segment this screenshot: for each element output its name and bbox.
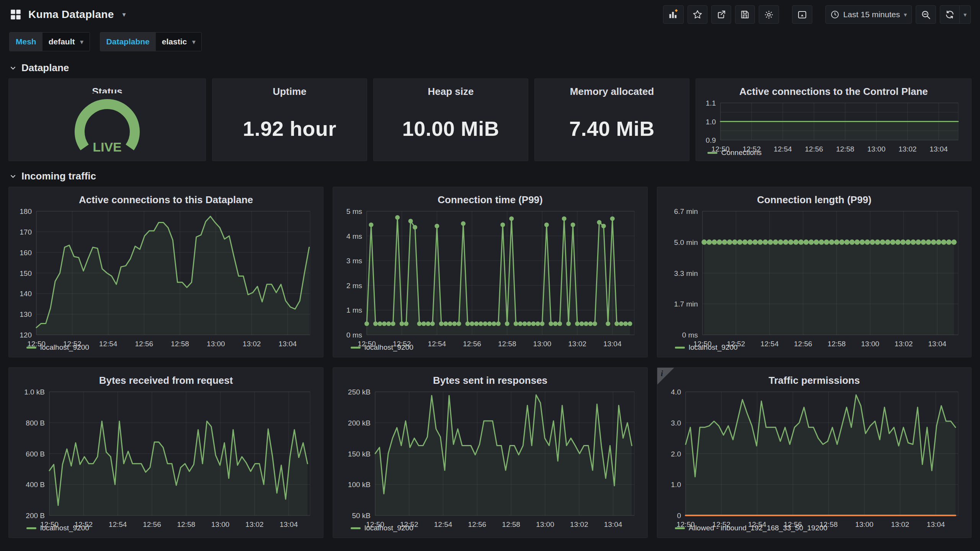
info-icon: i xyxy=(661,368,663,378)
chart-legend: localhost_9200 xyxy=(13,342,319,354)
variable-mesh[interactable]: Mesh default▾ xyxy=(9,32,90,51)
cycle-view-button[interactable] xyxy=(792,5,812,24)
svg-text:1.0: 1.0 xyxy=(671,481,681,489)
svg-text:5.0 min: 5.0 min xyxy=(674,238,698,246)
panel-title[interactable]: Memory allocated xyxy=(539,83,685,99)
panel-title[interactable]: Active connections to the Control Plane xyxy=(700,83,967,99)
svg-text:200 B: 200 B xyxy=(26,512,45,520)
panel-title[interactable]: Uptime xyxy=(216,83,363,99)
panel-info-corner[interactable] xyxy=(657,368,674,385)
svg-text:0: 0 xyxy=(677,512,681,520)
chart-legend: localhost_9200 xyxy=(337,522,644,535)
svg-text:2.0: 2.0 xyxy=(671,450,681,458)
svg-text:170: 170 xyxy=(20,228,32,236)
panel-title[interactable]: Bytes received from request xyxy=(13,372,319,388)
legend-item[interactable]: Connections xyxy=(707,148,762,157)
variable-mesh-label: Mesh xyxy=(10,33,42,51)
legend-item[interactable]: localhost_9200 xyxy=(675,343,738,352)
heap-size-value: 10.00 MiB xyxy=(402,117,500,140)
active-connections-chart[interactable]: 12013014015016017018012:5012:5212:5412:5… xyxy=(13,207,319,342)
status-gauge: LIVE xyxy=(13,93,202,158)
bytes-sent-chart[interactable]: 50 kB100 kB150 kB200 kB250 kB12:5012:521… xyxy=(337,388,644,522)
svg-text:3.0: 3.0 xyxy=(671,419,681,427)
memory-allocated-value: 7.40 MiB xyxy=(569,117,655,140)
add-panel-button[interactable] xyxy=(663,5,684,24)
panel-title[interactable]: Connection length (P99) xyxy=(661,191,967,207)
svg-text:0.9: 0.9 xyxy=(706,136,716,144)
top-navbar: Kuma Dataplane ▾ xyxy=(0,0,980,29)
svg-text:0 ms: 0 ms xyxy=(346,331,362,339)
svg-text:180: 180 xyxy=(20,207,32,215)
svg-text:1.0 kB: 1.0 kB xyxy=(24,388,45,396)
svg-text:100 kB: 100 kB xyxy=(348,481,371,489)
panel-status: Status LIVE xyxy=(8,78,206,161)
panel-title[interactable]: Status xyxy=(13,83,202,93)
refresh-button[interactable]: ▾ xyxy=(940,5,971,24)
panel-title[interactable]: Active connections to this Dataplane xyxy=(13,191,319,207)
svg-text:1.1: 1.1 xyxy=(706,99,716,107)
svg-text:160: 160 xyxy=(20,249,32,257)
panel-title[interactable]: Heap size xyxy=(377,83,524,99)
control-plane-chart[interactable]: 0.91.01.112:5012:5212:5412:5612:5813:001… xyxy=(700,99,967,147)
svg-text:800 B: 800 B xyxy=(26,419,45,427)
chevron-down-icon: ▾ xyxy=(192,38,195,46)
svg-text:120: 120 xyxy=(20,331,32,339)
panel-traffic-permissions: i Traffic permissions 01.02.03.04.012:50… xyxy=(657,367,972,538)
panel-uptime: Uptime 1.92 hour xyxy=(212,78,367,161)
settings-button[interactable] xyxy=(759,5,779,24)
uptime-value: 1.92 hour xyxy=(243,117,336,140)
svg-text:1.0: 1.0 xyxy=(706,118,716,126)
svg-text:4.0: 4.0 xyxy=(671,388,681,396)
legend-item[interactable]: localhost_9200 xyxy=(26,343,89,352)
variable-dataplane[interactable]: Dataplabne elastic▾ xyxy=(100,32,202,51)
chevron-down-icon: ▾ xyxy=(80,38,83,46)
time-range-picker[interactable]: Last 15 minutes ▾ xyxy=(825,5,912,24)
refresh-interval-caret[interactable]: ▾ xyxy=(959,6,970,23)
star-button[interactable] xyxy=(688,5,707,24)
save-button[interactable] xyxy=(735,5,755,24)
time-range-label: Last 15 minutes xyxy=(843,10,900,19)
variable-dataplane-value[interactable]: elastic▾ xyxy=(156,33,201,51)
zoom-out-button[interactable] xyxy=(916,5,936,24)
chart-legend: localhost_9200 xyxy=(13,522,319,535)
legend-item[interactable]: localhost_9200 xyxy=(26,524,89,532)
chevron-down-icon xyxy=(9,64,17,72)
dashboard-title[interactable]: Kuma Dataplane xyxy=(28,8,114,21)
connection-length-chart[interactable]: 0 ms1.7 min3.3 min5.0 min6.7 min12:5012:… xyxy=(661,207,967,342)
panel-title[interactable]: Traffic permissions xyxy=(661,372,967,388)
legend-item[interactable]: localhost_9200 xyxy=(351,343,413,352)
svg-text:2 ms: 2 ms xyxy=(346,282,362,290)
svg-text:200 kB: 200 kB xyxy=(348,419,371,427)
chart-legend: Allowed - inbound_192_168_33_50_19200 xyxy=(661,522,967,535)
title-caret-icon[interactable]: ▾ xyxy=(122,10,126,19)
svg-text:3.3 min: 3.3 min xyxy=(674,269,698,277)
traffic-permissions-chart[interactable]: 01.02.03.04.012:5012:5212:5412:5612:5813… xyxy=(661,388,967,522)
panel-heap-size: Heap size 10.00 MiB xyxy=(373,78,528,161)
legend-item[interactable]: Allowed - inbound_192_168_33_50_19200 xyxy=(675,524,827,532)
svg-text:6.7 min: 6.7 min xyxy=(674,207,698,215)
panel-title[interactable]: Bytes sent in responses xyxy=(337,372,644,388)
chart-legend: localhost_9200 xyxy=(661,342,967,354)
row-header-dataplane[interactable]: Dataplane xyxy=(0,57,980,78)
svg-text:250 kB: 250 kB xyxy=(348,388,371,396)
row-header-incoming-traffic[interactable]: Incoming traffic xyxy=(0,165,980,187)
panel-bytes-received: Bytes received from request 200 B400 B60… xyxy=(8,367,323,538)
svg-text:140: 140 xyxy=(20,290,32,298)
variable-mesh-value[interactable]: default▾ xyxy=(42,33,90,51)
panel-title[interactable]: Connection time (P99) xyxy=(337,191,644,207)
panel-active-connections-dataplane: Active connections to this Dataplane 120… xyxy=(8,187,323,357)
svg-text:0 ms: 0 ms xyxy=(682,331,698,339)
svg-text:150: 150 xyxy=(20,269,32,277)
variables-submenu: Mesh default▾ Dataplabne elastic▾ xyxy=(0,29,980,57)
dashboard-grid-icon[interactable] xyxy=(9,8,22,21)
svg-text:3 ms: 3 ms xyxy=(346,257,362,265)
svg-text:4 ms: 4 ms xyxy=(346,232,362,240)
row-title: Dataplane xyxy=(21,62,69,74)
panel-connection-length: Connection length (P99) 0 ms1.7 min3.3 m… xyxy=(657,187,972,357)
legend-item[interactable]: localhost_9200 xyxy=(351,524,413,532)
svg-text:1 ms: 1 ms xyxy=(346,306,362,314)
share-button[interactable] xyxy=(711,5,731,24)
connection-time-chart[interactable]: 0 ms1 ms2 ms3 ms4 ms5 ms12:5012:5212:541… xyxy=(337,207,644,342)
refresh-icon xyxy=(940,6,959,23)
bytes-received-chart[interactable]: 200 B400 B600 B800 B1.0 kB12:5012:5212:5… xyxy=(13,388,319,522)
